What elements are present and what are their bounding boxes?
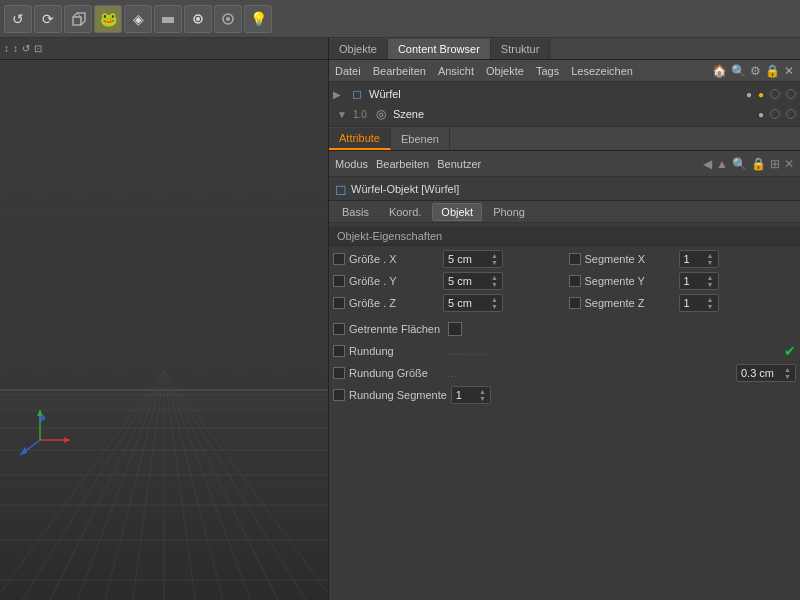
sub-tab-phong[interactable]: Phong bbox=[484, 203, 534, 221]
sub-tab-objekt[interactable]: Objekt bbox=[432, 203, 482, 221]
arrow-down-groesse-y[interactable]: ▼ bbox=[491, 281, 498, 288]
arrow-up-segmente-x[interactable]: ▲ bbox=[707, 252, 714, 259]
attr-back-icon[interactable]: ◀ bbox=[703, 157, 712, 171]
toolbar-cube-icon[interactable] bbox=[64, 5, 92, 33]
arrow-down-segmente-z[interactable]: ▼ bbox=[707, 303, 714, 310]
arrow-up-groesse-y[interactable]: ▲ bbox=[491, 274, 498, 281]
menu-home-icon[interactable]: 🏠 bbox=[712, 64, 727, 78]
arrow-down-groesse-x[interactable]: ▼ bbox=[491, 259, 498, 266]
input-rundung-groesse[interactable]: 0.3 cm ▲ ▼ bbox=[736, 364, 796, 382]
input-rundung-segmente[interactable]: 1 ▲ ▼ bbox=[451, 386, 491, 404]
checkbox-groesse-x[interactable] bbox=[333, 253, 345, 265]
input-groesse-x[interactable]: 5 cm ▲ ▼ bbox=[443, 250, 503, 268]
menu-settings-icon[interactable]: ⚙ bbox=[750, 64, 761, 78]
toolbar-light-icon[interactable] bbox=[184, 5, 212, 33]
tab-struktur[interactable]: Struktur bbox=[491, 39, 551, 59]
sub-tab-koord[interactable]: Koord. bbox=[380, 203, 430, 221]
input-groesse-y[interactable]: 5 cm ▲ ▼ bbox=[443, 272, 503, 290]
obj-row-szene[interactable]: ▼ 1.0 ◎ Szene ● bbox=[329, 104, 800, 124]
tab-content-browser[interactable]: Content Browser bbox=[388, 39, 491, 59]
attribute-panel: Attribute Ebenen Modus Bearbeiten Benutz… bbox=[329, 127, 800, 600]
prop-row-segmente-x: Segmente X 1 ▲ ▼ bbox=[565, 248, 801, 270]
menu-objekte[interactable]: Objekte bbox=[486, 65, 524, 77]
prop-row-segmente-z: Segmente Z 1 ▲ ▼ bbox=[565, 292, 801, 314]
viewport-icon-4[interactable]: ⊡ bbox=[34, 43, 42, 54]
attr-menu-benutzer[interactable]: Benutzer bbox=[437, 158, 481, 170]
dots-rundung-groesse: …. bbox=[443, 367, 732, 379]
tab-ebenen[interactable]: Ebenen bbox=[391, 128, 450, 150]
prop-row-rundung-segmente: Rundung Segmente 1 ▲ ▼ bbox=[329, 384, 800, 406]
menu-search-icon[interactable]: 🔍 bbox=[731, 64, 746, 78]
menu-close-icon[interactable]: ✕ bbox=[784, 64, 794, 78]
checkbox-rundung-groesse[interactable] bbox=[333, 367, 345, 379]
checkbox-segmente-y[interactable] bbox=[569, 275, 581, 287]
menu-datei[interactable]: Datei bbox=[335, 65, 361, 77]
menu-ansicht[interactable]: Ansicht bbox=[438, 65, 474, 77]
prop-row-groesse-z: Größe . Z 5 cm ▲ ▼ bbox=[329, 292, 565, 314]
checkbox-segmente-z[interactable] bbox=[569, 297, 581, 309]
attr-menu-bearbeiten[interactable]: Bearbeiten bbox=[376, 158, 429, 170]
toolbar-redo-icon[interactable]: ⟳ bbox=[34, 5, 62, 33]
menu-bearbeiten[interactable]: Bearbeiten bbox=[373, 65, 426, 77]
toolbar-bulb-icon[interactable]: 💡 bbox=[244, 5, 272, 33]
arrow-up-rundung-segmente[interactable]: ▲ bbox=[479, 388, 486, 395]
obj-row-wuerfel[interactable]: ▶ ◻ Würfel ● ● bbox=[329, 84, 800, 104]
sub-tab-basis[interactable]: Basis bbox=[333, 203, 378, 221]
value-rundung-segmente: 1 bbox=[456, 389, 477, 401]
viewport-icon-2[interactable]: ↕ bbox=[13, 43, 18, 54]
arrows-segmente-y: ▲ ▼ bbox=[707, 274, 714, 288]
toolbar-undo-icon[interactable]: ↺ bbox=[4, 5, 32, 33]
prop-row-rundung: Rundung ………… ✔ bbox=[329, 340, 800, 362]
obj-circle1-wuerfel bbox=[770, 89, 780, 99]
input-groesse-z[interactable]: 5 cm ▲ ▼ bbox=[443, 294, 503, 312]
toggle-getrennte[interactable] bbox=[448, 322, 462, 336]
input-segmente-y[interactable]: 1 ▲ ▼ bbox=[679, 272, 719, 290]
menu-tags[interactable]: Tags bbox=[536, 65, 559, 77]
checkbox-rundung-segmente[interactable] bbox=[333, 389, 345, 401]
viewport-icon-1[interactable]: ↕ bbox=[4, 43, 9, 54]
tab-objekte[interactable]: Objekte bbox=[329, 39, 388, 59]
tab-attribute[interactable]: Attribute bbox=[329, 128, 391, 150]
prop-row-groesse-y: Größe . Y 5 cm ▲ ▼ bbox=[329, 270, 565, 292]
arrow-down-segmente-x[interactable]: ▼ bbox=[707, 259, 714, 266]
checkbox-segmente-x[interactable] bbox=[569, 253, 581, 265]
menu-lesezeichen[interactable]: Lesezeichen bbox=[571, 65, 633, 77]
viewport-icon-3[interactable]: ↺ bbox=[22, 43, 30, 54]
attr-search-icon[interactable]: 🔍 bbox=[732, 157, 747, 171]
attr-up-icon[interactable]: ▲ bbox=[716, 157, 728, 171]
arrow-down-rundung-groesse[interactable]: ▼ bbox=[784, 373, 791, 380]
prop-two-col-1: Größe . X 5 cm ▲ ▼ bbox=[329, 248, 800, 314]
attr-close-icon[interactable]: ✕ bbox=[784, 157, 794, 171]
arrow-down-groesse-z[interactable]: ▼ bbox=[491, 303, 498, 310]
input-segmente-z[interactable]: 1 ▲ ▼ bbox=[679, 294, 719, 312]
attr-menu-modus[interactable]: Modus bbox=[335, 158, 368, 170]
obj-icon-szene: ◎ bbox=[373, 107, 389, 121]
attr-grid-icon[interactable]: ⊞ bbox=[770, 157, 780, 171]
checkbox-rundung[interactable] bbox=[333, 345, 345, 357]
toolbar-plane-icon[interactable] bbox=[154, 5, 182, 33]
arrow-down-rundung-segmente[interactable]: ▼ bbox=[479, 395, 486, 402]
objects-list: ▶ ◻ Würfel ● ● ▼ 1.0 ◎ bbox=[329, 82, 800, 127]
toolbar-frog-icon[interactable]: 🐸 bbox=[94, 5, 122, 33]
svg-point-3 bbox=[196, 17, 200, 21]
toolbar-camera-icon[interactable] bbox=[214, 5, 242, 33]
menu-lock-icon[interactable]: 🔒 bbox=[765, 64, 780, 78]
checkbox-getrennte[interactable] bbox=[333, 323, 345, 335]
arrow-up-rundung-groesse[interactable]: ▲ bbox=[784, 366, 791, 373]
arrow-up-segmente-y[interactable]: ▲ bbox=[707, 274, 714, 281]
sub-tab-bar: Basis Koord. Objekt Phong bbox=[329, 201, 800, 223]
arrow-up-segmente-z[interactable]: ▲ bbox=[707, 296, 714, 303]
checkbox-groesse-z[interactable] bbox=[333, 297, 345, 309]
input-segmente-x[interactable]: 1 ▲ ▼ bbox=[679, 250, 719, 268]
attr-lock-icon[interactable]: 🔒 bbox=[751, 157, 766, 171]
arrow-down-segmente-y[interactable]: ▼ bbox=[707, 281, 714, 288]
value-segmente-x: 1 bbox=[684, 253, 705, 265]
checkbox-groesse-y[interactable] bbox=[333, 275, 345, 287]
arrows-groesse-x: ▲ ▼ bbox=[491, 252, 498, 266]
toolbar-shape-icon[interactable]: ◈ bbox=[124, 5, 152, 33]
arrow-up-groesse-z[interactable]: ▲ bbox=[491, 296, 498, 303]
value-groesse-z: 5 cm bbox=[448, 297, 489, 309]
menu-bar: Datei Bearbeiten Ansicht Objekte Tags Le… bbox=[329, 60, 800, 82]
arrow-up-groesse-x[interactable]: ▲ bbox=[491, 252, 498, 259]
label-segmente-z: Segmente Z bbox=[585, 297, 675, 309]
